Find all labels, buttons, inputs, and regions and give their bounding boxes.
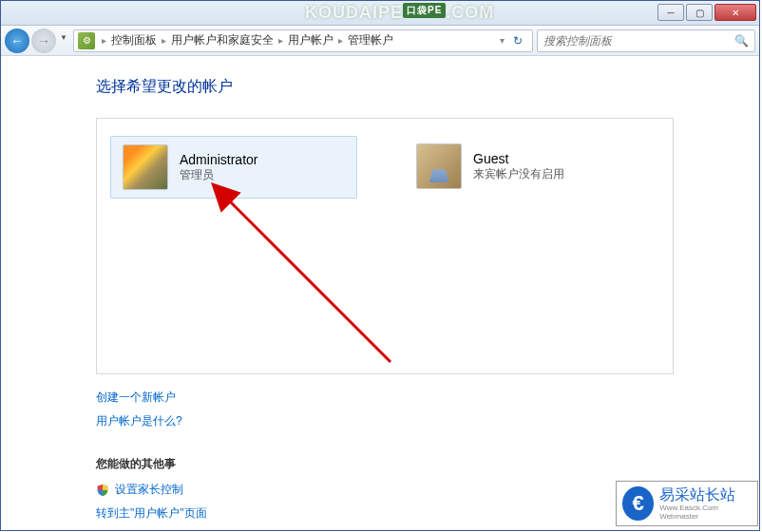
- breadcrumb-dropdown[interactable]: ▾: [497, 35, 507, 46]
- nav-history-dropdown[interactable]: ▼: [58, 28, 69, 48]
- nav-arrows: ← → ▼: [5, 28, 69, 53]
- account-name: Administrator: [180, 152, 257, 167]
- search-box[interactable]: 🔍: [537, 29, 755, 52]
- account-sub: 管理员: [180, 167, 257, 183]
- breadcrumb-arrow: ▸: [335, 35, 346, 46]
- close-button[interactable]: ✕: [714, 4, 756, 21]
- breadcrumb-seg-0[interactable]: 控制面板: [109, 32, 159, 48]
- other-section: 您能做的其他事 设置家长控制 转到主"用户帐户"页面: [96, 456, 674, 522]
- control-panel-icon: ⚙: [78, 32, 95, 49]
- search-icon[interactable]: 🔍: [734, 34, 749, 48]
- account-info: Guest 来宾帐户没有启用: [473, 151, 564, 182]
- window-controls: ─ ▢ ✕: [657, 4, 756, 21]
- goto-main-link[interactable]: 转到主"用户帐户"页面: [96, 505, 674, 522]
- navbar: ← → ▼ ⚙ ▸ 控制面板 ▸ 用户帐户和家庭安全 ▸ 用户帐户 ▸ 管理帐户…: [1, 26, 759, 56]
- maximize-button[interactable]: ▢: [686, 4, 713, 21]
- breadcrumb-seg-3[interactable]: 管理帐户: [346, 32, 395, 48]
- parental-control-link[interactable]: 设置家长控制: [96, 482, 674, 498]
- forward-button: →: [31, 28, 56, 53]
- account-administrator[interactable]: Administrator 管理员: [110, 136, 357, 199]
- search-input[interactable]: [543, 34, 734, 48]
- account-guest[interactable]: Guest 来宾帐户没有启用: [405, 136, 652, 197]
- avatar-admin-icon: [123, 144, 168, 190]
- account-sub: 来宾帐户没有启用: [473, 166, 564, 182]
- avatar-guest-icon: [416, 143, 462, 189]
- back-button[interactable]: ←: [5, 28, 29, 53]
- window: ─ ▢ ✕ KOUDAIPE口袋PE.COM ← → ▼ ⚙ ▸ 控制面板 ▸ …: [0, 0, 760, 531]
- watermark-logo-icon: €: [622, 486, 654, 521]
- breadcrumb-arrow: ▸: [99, 35, 109, 46]
- content-area: 选择希望更改的帐户 Administrator 管理员 Guest 来宾帐户没有…: [1, 56, 759, 532]
- parental-label: 设置家长控制: [115, 482, 183, 498]
- breadcrumb[interactable]: ⚙ ▸ 控制面板 ▸ 用户帐户和家庭安全 ▸ 用户帐户 ▸ 管理帐户 ▾ ↻: [73, 29, 533, 52]
- minimize-button[interactable]: ─: [657, 4, 684, 21]
- refresh-button[interactable]: ↻: [507, 34, 528, 48]
- titlebar: ─ ▢ ✕: [1, 1, 759, 26]
- shield-icon: [96, 484, 109, 497]
- accounts-container: Administrator 管理员 Guest 来宾帐户没有启用: [96, 118, 674, 374]
- page-heading: 选择希望更改的帐户: [96, 77, 674, 97]
- create-account-link[interactable]: 创建一个新帐户: [96, 390, 674, 406]
- whatis-account-link[interactable]: 用户帐户是什么?: [96, 413, 674, 429]
- other-heading: 您能做的其他事: [96, 456, 674, 472]
- account-info: Administrator 管理员: [180, 152, 257, 183]
- watermark-logo: € 易采站长站 Www.Easck.Com Webmaster: [616, 481, 758, 526]
- breadcrumb-arrow: ▸: [276, 35, 286, 46]
- breadcrumb-seg-2[interactable]: 用户帐户: [286, 32, 335, 48]
- watermark-logo-sub: Www.Easck.Com Webmaster: [659, 504, 752, 521]
- link-list: 创建一个新帐户 用户帐户是什么?: [96, 390, 674, 429]
- watermark-logo-text: 易采站长站: [659, 486, 752, 504]
- account-name: Guest: [473, 151, 564, 166]
- breadcrumb-seg-1[interactable]: 用户帐户和家庭安全: [169, 32, 276, 48]
- breadcrumb-arrow: ▸: [159, 35, 169, 46]
